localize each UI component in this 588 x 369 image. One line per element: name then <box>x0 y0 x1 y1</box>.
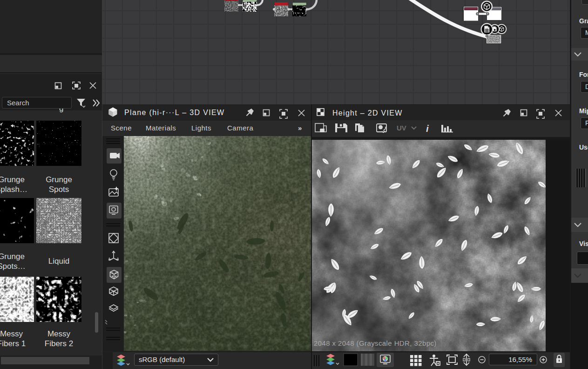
svg-text:UV: UV <box>397 124 406 132</box>
svg-text:i: i <box>426 123 429 134</box>
